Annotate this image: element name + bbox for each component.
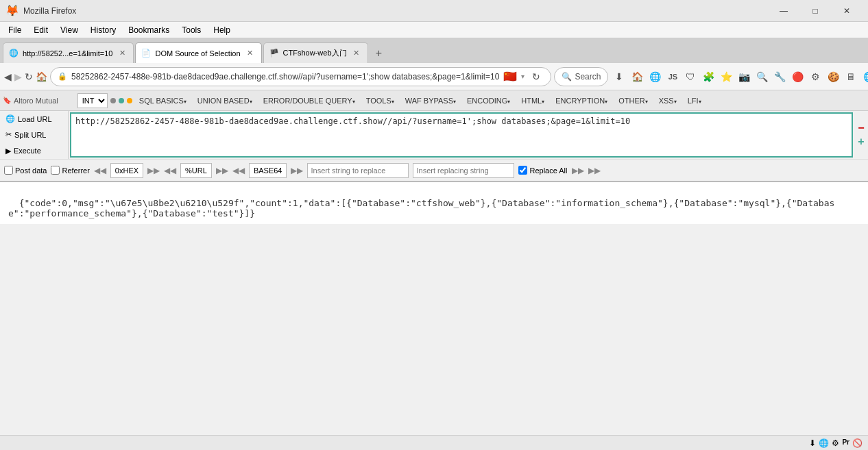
reload-address-button[interactable]: ↻ [529, 69, 544, 84]
globe-icon[interactable]: 🌐 [647, 68, 663, 85]
window-controls: — □ ✕ [768, 0, 863, 22]
split-url-item[interactable]: ✂ Split URL [0, 127, 68, 142]
window-title: Mozilla Firefox [23, 6, 768, 16]
side-minus-btn[interactable]: − [856, 123, 867, 134]
home-icon2[interactable]: 🏠 [629, 68, 645, 85]
menu-error-double[interactable]: ERROR/DOUBLE QUERY▾ [259, 95, 359, 106]
status-globe-icon[interactable]: 🌐 [819, 438, 829, 448]
tab-url-label: http://58252...e=1&limit=10 [23, 49, 112, 58]
nav-bar: ◀ ▶ ↻ 🏠 🔒 58252862-2457-488e-981b-dae8da… [0, 63, 868, 90]
star-icon[interactable]: ⭐ [718, 68, 734, 85]
menu-bar: File Edit View History Bookmarks Tools H… [0, 22, 868, 38]
tab-ctfshow[interactable]: 🏴 CTFshow-web入门 ✕ [263, 42, 368, 63]
menu-lfi[interactable]: LFI▾ [684, 95, 706, 106]
menu-history[interactable]: History [85, 24, 121, 36]
split-url-label: Split URL [14, 131, 46, 139]
menu-help[interactable]: Help [208, 24, 236, 36]
tab-dom-source[interactable]: 📄 DOM Source of Selection ✕ [135, 42, 261, 63]
menu-tools[interactable]: Tools [176, 24, 206, 36]
menu-other[interactable]: OTHER▾ [614, 95, 652, 106]
forward-button[interactable]: ▶ [14, 67, 22, 86]
insert-replacing-field[interactable] [413, 163, 514, 178]
replace-all-group: Replace All [518, 166, 567, 175]
reload-button[interactable]: ↻ [25, 67, 33, 86]
menu-encryption[interactable]: ENCRYPTION▾ [551, 95, 612, 106]
load-url-item[interactable]: 🌐 Load URL [0, 111, 68, 127]
addon-icon1[interactable]: 🔧 [771, 68, 788, 85]
search-icon: 🔍 [562, 72, 572, 82]
url-btn[interactable]: %URL [180, 163, 212, 178]
status-download-icon[interactable]: ⬇ [809, 438, 816, 448]
base64-btn[interactable]: BASE64 [249, 163, 287, 178]
zoom-icon[interactable]: 🔍 [754, 68, 770, 85]
address-dropdown-icon[interactable]: ▾ [521, 73, 525, 80]
arrow-right-hex: ▶▶ [147, 166, 160, 175]
addon-icon3[interactable]: ⚙ [807, 68, 823, 85]
menu-waf-bypass[interactable]: WAF BYPASS▾ [401, 95, 460, 106]
menu-encoding[interactable]: ENCODING▾ [463, 95, 514, 106]
menu-bookmarks[interactable]: Bookmarks [123, 24, 175, 36]
status-pr-icon[interactable]: Pr [842, 438, 849, 448]
main-content: {"code":0,"msg":"\u67e5\u8be2\u6210\u529… [0, 182, 868, 224]
back-button[interactable]: ◀ [4, 67, 12, 86]
close-button[interactable]: ✕ [831, 0, 863, 22]
altoro-icon: 🔖 [3, 97, 11, 104]
arrow-left-b64: ◀◀ [232, 166, 245, 175]
replace-all-label: Replace All [529, 166, 567, 175]
addon-icon4[interactable]: 🖥 [843, 68, 859, 85]
execute-item[interactable]: ▶ Execute [0, 143, 68, 159]
cookie-icon[interactable]: 🍪 [825, 68, 841, 85]
load-url-label: Load URL [18, 115, 52, 123]
dot1 [110, 98, 116, 103]
hackbar-top-row: 🔖 Altoro Mutual INT SQL BASICS▾ UNION BA… [0, 90, 868, 111]
dot2 [119, 98, 124, 103]
insert-replace-field[interactable] [307, 163, 409, 178]
menu-file[interactable]: File [3, 24, 27, 36]
execute-label: Execute [14, 147, 41, 155]
addon-icon5[interactable]: 🌐 [860, 68, 868, 85]
status-gear-icon[interactable]: ⚙ [832, 438, 839, 448]
menu-edit[interactable]: Edit [28, 24, 53, 36]
dot3 [127, 98, 132, 103]
menu-html[interactable]: HTML▾ [517, 95, 548, 106]
arrow-right-replace: ▶▶ [572, 166, 584, 175]
address-bar[interactable]: 🔒 58252862-2457-488e-981b-dae8daced9ae.c… [50, 67, 551, 86]
tab-url[interactable]: 🌐 http://58252...e=1&limit=10 ✕ [3, 42, 134, 63]
tab-ctfshow-close[interactable]: ✕ [351, 48, 362, 59]
puzzle-icon[interactable]: 🧩 [700, 68, 716, 85]
download-icon[interactable]: ⬇ [611, 68, 627, 85]
tab-url-favicon: 🌐 [9, 49, 19, 58]
hex-btn[interactable]: 0xHEX [110, 163, 143, 178]
menu-tools[interactable]: TOOLS▾ [362, 95, 398, 106]
menu-xss[interactable]: XSS▾ [655, 95, 681, 106]
js-icon[interactable]: JS [664, 68, 681, 85]
maximize-button[interactable]: □ [799, 0, 831, 22]
shield-icon[interactable]: 🛡 [682, 68, 699, 85]
minimize-button[interactable]: — [768, 0, 799, 22]
referrer-checkbox[interactable] [51, 166, 60, 175]
addon-icon2[interactable]: 🔴 [789, 68, 806, 85]
home-button[interactable]: 🏠 [36, 67, 47, 86]
toolbar-icons: ⬇ 🏠 🌐 JS 🛡 🧩 ⭐ 📷 🔍 🔧 🔴 ⚙ 🍪 🖥 🌐 ☰ [611, 68, 868, 85]
menu-view[interactable]: View [55, 24, 84, 36]
status-block-icon[interactable]: 🚫 [852, 438, 863, 448]
hackbar-url-row: 🌐 Load URL ✂ Split URL ▶ Execute http://… [0, 111, 868, 159]
search-text: Search [575, 72, 601, 82]
arrow-right-url: ▶▶ [216, 166, 228, 175]
altoro-label: Altoro Mutual [14, 97, 58, 105]
menu-union-based[interactable]: UNION BASED▾ [193, 95, 256, 106]
side-plus-btn[interactable]: + [856, 136, 867, 147]
tab-url-close[interactable]: ✕ [117, 48, 128, 59]
post-data-checkbox[interactable] [4, 166, 13, 175]
post-data-label: Post data [15, 166, 47, 175]
new-tab-button[interactable]: + [370, 44, 389, 63]
hackbar-panel: 🔖 Altoro Mutual INT SQL BASICS▾ UNION BA… [0, 90, 868, 182]
screenshot-icon[interactable]: 📷 [736, 68, 752, 85]
address-text: 58252862-2457-488e-981b-dae8daced9ae.cha… [71, 72, 499, 82]
menu-sql-basics[interactable]: SQL BASICS▾ [135, 95, 191, 106]
replace-all-checkbox[interactable] [518, 166, 527, 175]
int-select[interactable]: INT [77, 93, 108, 108]
url-textarea[interactable]: http://58252862-2457-488e-981b-dae8daced… [70, 112, 853, 158]
tab-dom-close[interactable]: ✕ [245, 48, 256, 59]
search-box[interactable]: 🔍 Search [554, 67, 608, 86]
